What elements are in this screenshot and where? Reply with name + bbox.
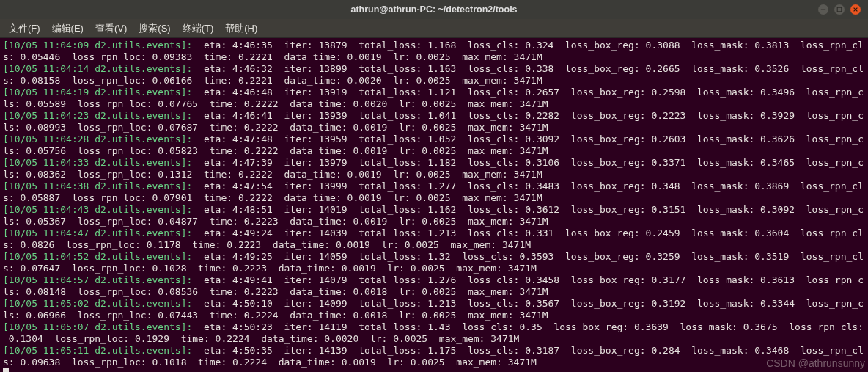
log-continuation: ls: 0.06966 loss_rpn_loc: 0.07443 time: …: [3, 310, 865, 321]
menu-file[interactable]: 文件(F): [4, 21, 45, 37]
log-timestamp: [10/05 11:05:11 d2.utils.events]:: [3, 345, 192, 356]
log-continuation: ls: 0.05367 loss_rpn_loc: 0.04877 time: …: [3, 216, 865, 227]
minimize-button[interactable]: [818, 4, 828, 15]
log-timestamp: [10/05 11:04:23 d2.utils.events]:: [3, 110, 192, 121]
log-continuation: s: 0.05887 loss_rpn_loc: 0.07901 time: 0…: [3, 192, 865, 204]
log-line: [10/05 11:04:23 d2.utils.events]: eta: 4…: [3, 110, 865, 122]
window-title: athrun@athrun-PC: ~/detectron2/tools: [350, 4, 517, 15]
log-continuation: s: 0.09638 loss_rpn_loc: 0.1018 time: 0.…: [3, 357, 865, 368]
caret: [3, 368, 9, 372]
maximize-button[interactable]: [834, 4, 845, 15]
log-line: [10/05 11:04:38 d2.utils.events]: eta: 4…: [3, 180, 865, 192]
log-line: [10/05 11:05:07 d2.utils.events]: eta: 4…: [3, 321, 865, 333]
log-timestamp: [10/05 11:04:52 d2.utils.events]:: [3, 251, 192, 262]
menu-help[interactable]: 帮助(H): [221, 21, 262, 37]
log-continuation: s: 0.0826 loss_rpn_loc: 0.1178 time: 0.2…: [3, 239, 865, 251]
log-timestamp: [10/05 11:05:02 d2.utils.events]:: [3, 298, 192, 309]
menubar: 文件(F) 编辑(E) 查看(V) 搜索(S) 终端(T) 帮助(H): [0, 19, 868, 38]
log-line: [10/05 11:04:57 d2.utils.events]: eta: 4…: [3, 274, 865, 286]
menu-terminal[interactable]: 终端(T): [178, 21, 218, 37]
log-line: [10/05 11:04:09 d2.utils.events]: eta: 4…: [3, 40, 865, 51]
log-timestamp: [10/05 11:04:33 d2.utils.events]:: [3, 157, 192, 168]
log-line: [10/05 11:04:47 d2.utils.events]: eta: 4…: [3, 227, 865, 239]
log-line: [10/05 11:05:11 d2.utils.events]: eta: 4…: [3, 345, 865, 357]
log-continuation: s: 0.08158 loss_rpn_loc: 0.06166 time: 0…: [3, 75, 865, 87]
menu-view[interactable]: 查看(V): [91, 21, 131, 37]
log-timestamp: [10/05 11:04:43 d2.utils.events]:: [3, 204, 192, 215]
log-continuation: s: 0.05446 loss_rpn_loc: 0.09383 time: 0…: [3, 51, 865, 63]
terminal-output[interactable]: [10/05 11:04:09 d2.utils.events]: eta: 4…: [0, 38, 868, 372]
log-timestamp: [10/05 11:04:28 d2.utils.events]:: [3, 134, 192, 145]
log-line: [10/05 11:04:28 d2.utils.events]: eta: 4…: [3, 134, 865, 145]
log-continuation: 0.1304 loss_rpn_loc: 0.1929 time: 0.2224…: [3, 333, 865, 345]
log-continuation: ls: 0.08148 loss_rpn_loc: 0.08536 time: …: [3, 286, 865, 298]
log-line: [10/05 11:04:52 d2.utils.events]: eta: 4…: [3, 251, 865, 263]
menu-search[interactable]: 搜索(S): [134, 21, 174, 37]
log-continuation: ls: 0.08362 loss_rpn_loc: 0.1312 time: 0…: [3, 169, 865, 180]
log-timestamp: [10/05 11:04:09 d2.utils.events]:: [3, 40, 192, 51]
log-timestamp: [10/05 11:04:38 d2.utils.events]:: [3, 180, 192, 192]
log-continuation: ls: 0.05589 loss_rpn_loc: 0.07765 time: …: [3, 98, 865, 110]
close-button[interactable]: [850, 4, 861, 15]
svg-rect-0: [821, 10, 825, 10]
log-timestamp: [10/05 11:04:19 d2.utils.events]:: [3, 87, 192, 98]
input-caret-line: [3, 368, 865, 372]
log-continuation: ls: 0.08993 loss_rpn_loc: 0.07687 time: …: [3, 122, 865, 134]
log-line: [10/05 11:05:02 d2.utils.events]: eta: 4…: [3, 298, 865, 310]
window-controls: [818, 4, 861, 15]
log-timestamp: [10/05 11:04:47 d2.utils.events]:: [3, 227, 192, 238]
log-line: [10/05 11:04:19 d2.utils.events]: eta: 4…: [3, 87, 865, 98]
log-line: [10/05 11:04:14 d2.utils.events]: eta: 4…: [3, 63, 865, 75]
menu-edit[interactable]: 编辑(E): [48, 21, 88, 37]
titlebar: athrun@athrun-PC: ~/detectron2/tools: [0, 0, 868, 19]
log-timestamp: [10/05 11:05:07 d2.utils.events]:: [3, 321, 192, 332]
log-timestamp: [10/05 11:04:57 d2.utils.events]:: [3, 274, 192, 285]
svg-rect-1: [837, 7, 842, 12]
log-continuation: s: 0.07647 loss_rpn_loc: 0.1028 time: 0.…: [3, 263, 865, 274]
log-timestamp: [10/05 11:04:14 d2.utils.events]:: [3, 63, 192, 74]
log-continuation: ls: 0.05756 loss_rpn_loc: 0.05823 time: …: [3, 145, 865, 157]
log-line: [10/05 11:04:43 d2.utils.events]: eta: 4…: [3, 204, 865, 216]
log-line: [10/05 11:04:33 d2.utils.events]: eta: 4…: [3, 157, 865, 169]
